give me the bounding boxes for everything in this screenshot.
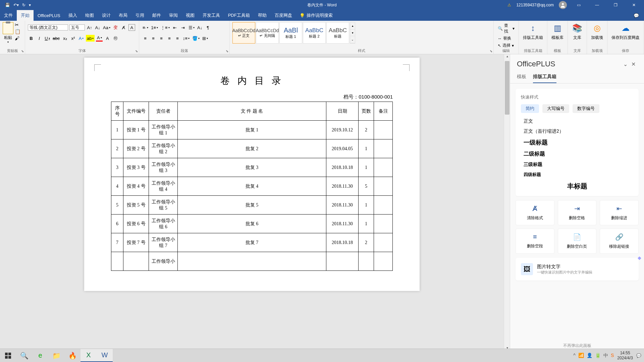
tray-wifi-icon[interactable]: 📶 <box>578 353 584 359</box>
superscript-icon[interactable]: x² <box>70 35 76 42</box>
style-level2[interactable]: 二级标题 <box>524 150 633 158</box>
style-heading1[interactable]: AaBl标题 1 <box>279 22 302 44</box>
styles-scroll[interactable]: ▴▾⌄ <box>350 22 355 44</box>
qat-more-icon[interactable]: ▾ <box>29 3 31 7</box>
find-button[interactable]: 🔍查找▾ <box>496 22 516 35</box>
menu-help[interactable]: 帮助 <box>254 10 271 21</box>
font-launcher-icon[interactable]: ⬊ <box>135 49 138 53</box>
char-shade-icon[interactable]: A <box>104 35 111 42</box>
word-icon[interactable]: W <box>97 349 113 362</box>
underline-icon[interactable]: U <box>44 35 51 42</box>
strike-icon[interactable]: abc <box>52 35 60 42</box>
table-row[interactable]: 4投资 4 号工作领导小组 4批复 42018.11.305 <box>111 177 393 196</box>
panel-tab-template[interactable]: 模板 <box>517 71 526 83</box>
copy-icon[interactable]: 📋 <box>15 29 20 34</box>
tool-remove-empty-para[interactable]: ≡删除空段 <box>516 229 554 254</box>
replace-button[interactable]: ↔替换 <box>496 35 516 42</box>
doc-table[interactable]: 序号 文件编号 责任者 文 件 题 名 日期 页数 备注 1投资 1 号工作领导… <box>111 102 393 271</box>
bullets-icon[interactable]: ≡· <box>142 24 149 31</box>
excel-icon[interactable]: X <box>80 349 97 362</box>
notifications-icon[interactable]: 💬 <box>636 353 641 358</box>
document-scroll[interactable]: 卷 内 目 录 档号：0100-8000-001 序号 文件编号 责任者 文 件… <box>0 54 504 352</box>
tool-remove-indent[interactable]: ⇤删除缩进 <box>600 200 639 225</box>
template-button[interactable]: ▥模板库 <box>551 23 564 41</box>
vertical-scrollbar[interactable]: ▴ ▾ <box>504 54 510 352</box>
distribute-icon[interactable]: ≡ <box>174 35 181 42</box>
styles-launcher-icon[interactable]: ⬊ <box>490 49 492 53</box>
highlight-icon[interactable]: ab <box>86 35 95 42</box>
layout-tools-button[interactable]: ↕排版工具箱 <box>523 23 543 41</box>
style-body-indent[interactable]: 正文（首行缩进2） <box>524 128 633 134</box>
shrink-font-icon[interactable]: A↓ <box>94 24 101 31</box>
menu-insert[interactable]: 插入 <box>64 10 81 21</box>
menu-baidu[interactable]: 百度网盘 <box>271 10 296 21</box>
tool-remove-spaces[interactable]: ⇥删除空格 <box>558 200 597 225</box>
menu-review[interactable]: 审阅 <box>165 10 182 21</box>
edge-icon[interactable]: e <box>32 349 48 362</box>
subscript-icon[interactable]: x₂ <box>62 35 68 42</box>
bold-icon[interactable]: B <box>28 35 35 42</box>
maximize-icon[interactable]: ❐ <box>609 0 622 10</box>
tool-clear-format[interactable]: A̸清除格式 <box>516 200 554 225</box>
table-row[interactable]: 6投资 6 号工作领导小组 6批复 62018.11.301 <box>111 215 393 233</box>
sort-icon[interactable]: A↓ <box>197 24 203 31</box>
show-marks-icon[interactable]: ¶ <box>205 24 211 31</box>
avatar[interactable] <box>559 1 567 9</box>
format-painter-icon[interactable]: 🖌 <box>15 36 20 41</box>
style-normal[interactable]: AaBbCcDd↵ 正文 <box>232 22 255 44</box>
font-name-combo[interactable] <box>28 24 68 31</box>
phonetic-icon[interactable]: 变 <box>112 24 119 31</box>
shading-icon[interactable]: 🪣 <box>192 35 200 42</box>
table-row[interactable]: 工作领导小 <box>111 252 393 271</box>
justify-icon[interactable]: ≡ <box>166 35 173 42</box>
clipboard-launcher-icon[interactable]: ⬊ <box>21 49 24 53</box>
paste-button[interactable]: 粘贴 ▾ <box>3 22 13 45</box>
borders-icon[interactable]: ⊞ <box>202 35 209 42</box>
line-spacing-icon[interactable]: ↕≡ <box>182 35 190 42</box>
text-effects-icon[interactable]: A <box>78 35 85 42</box>
menu-developer[interactable]: 开发工具 <box>199 10 224 21</box>
ribbon-display-icon[interactable]: ▭ <box>572 0 585 10</box>
tell-me[interactable]: 💡操作说明搜索 <box>300 12 333 18</box>
img2txt-card[interactable]: ◆ 🖼 图片转文字 一键快速识别图片中的文字并编辑 <box>516 258 639 281</box>
menu-view[interactable]: 视图 <box>182 10 199 21</box>
tool-remove-blank-page[interactable]: 📄删除空白页 <box>558 229 597 254</box>
warning-icon[interactable]: ⚠ <box>507 3 511 7</box>
scroll-thumb[interactable] <box>505 61 509 115</box>
multilevel-icon[interactable]: ⋮≡ <box>160 24 170 31</box>
panel-close-icon[interactable]: ✕ <box>629 61 637 67</box>
save-icon[interactable]: 💾 <box>5 3 10 7</box>
table-row[interactable]: 7投资 7 号工作领导小组 7批复 72018.10.182 <box>111 233 393 252</box>
user-email[interactable]: 121359437@qq.com <box>516 3 554 7</box>
close-icon[interactable]: ✕ <box>627 0 641 10</box>
addon-button[interactable]: ◎加载项 <box>591 23 603 41</box>
tray-chevron-icon[interactable]: ^ <box>573 353 576 359</box>
undo-icon[interactable]: ↶▾ <box>13 3 19 7</box>
style-level1[interactable]: 一级标题 <box>524 138 633 146</box>
share-icon[interactable]: 💬 <box>634 13 639 18</box>
explorer-icon[interactable]: 📁 <box>48 349 64 362</box>
panel-dropdown-icon[interactable]: ⌄ <box>621 61 629 67</box>
menu-pdftools[interactable]: PDF工具箱 <box>224 10 254 21</box>
style-nospacing[interactable]: AaBbCcDd↵ 无间隔 <box>256 22 279 44</box>
tray-people-icon[interactable]: 👤 <box>587 353 592 359</box>
menu-references[interactable]: 引用 <box>131 10 148 21</box>
menu-mailings[interactable]: 邮件 <box>148 10 165 21</box>
pill-number[interactable]: 数字编号 <box>573 104 599 113</box>
minimize-icon[interactable]: ― <box>590 0 604 10</box>
align-center-icon[interactable]: ≡ <box>150 35 157 42</box>
menu-file[interactable]: 文件 <box>0 10 17 21</box>
numbering-icon[interactable]: 1≡ <box>150 24 159 31</box>
table-row[interactable]: 1投资 1 号工作领导小组 1批复 12019.10.122 <box>111 121 393 139</box>
search-button[interactable]: 🔍 <box>16 349 32 362</box>
table-row[interactable]: 5投资 5 号工作领导小组 5批复 52018.11.301 <box>111 196 393 215</box>
cut-icon[interactable]: ✂ <box>15 22 20 27</box>
table-row[interactable]: 2投资 2 号工作领导小组 2批复 22019.04.051 <box>111 139 393 158</box>
menu-draw[interactable]: 绘图 <box>81 10 98 21</box>
baidu-button[interactable]: ☁保存到百度网盘 <box>611 23 640 41</box>
italic-icon[interactable]: I <box>36 35 43 42</box>
library-button[interactable]: 📚文库 <box>572 23 583 41</box>
tool-remove-links[interactable]: 🔗移除超链接 <box>600 229 639 254</box>
tray-ime-icon[interactable]: 中 <box>603 353 608 359</box>
change-case-icon[interactable]: Aa <box>102 24 111 31</box>
